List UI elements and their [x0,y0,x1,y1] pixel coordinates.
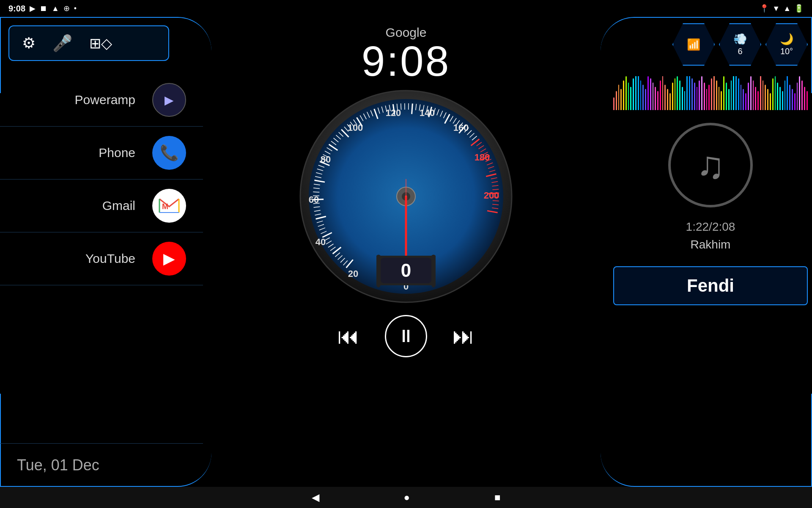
google-time-area: Google 9:08 [362,25,451,82]
dot-icon: • [74,4,77,13]
p-icon: ⊕ [63,4,70,13]
grid-icon[interactable]: ⊞◇ [89,35,112,52]
pause-button[interactable]: ⏸ [385,315,427,357]
phone-label: Phone [99,146,135,160]
track-title-bar: Fendi [613,266,808,305]
signal-icon: ▲ [783,4,791,13]
viz-bar-62 [765,85,766,110]
viz-bar-13 [645,89,646,110]
music-visualizer [613,76,808,110]
prev-button[interactable]: ⏮ [337,323,359,349]
viz-bar-24 [672,83,673,110]
viz-bar-18 [657,91,658,110]
battery-icon: 🔋 [794,4,804,13]
viz-bar-45 [723,76,724,110]
play-status-icon: ▶ [30,4,36,13]
svg-line-110 [488,193,499,193]
app-item-phone[interactable]: Phone 📞 [0,127,203,179]
viz-bar-52 [741,85,742,110]
viz-bar-40 [711,78,712,110]
home-button[interactable]: ● [404,491,410,503]
playback-controls: ⏮ ⏸ ⏭ [337,315,475,357]
viz-bar-65 [772,78,774,110]
viz-bar-48 [731,80,732,110]
viz-bar-57 [753,80,754,110]
viz-bar-56 [750,76,752,110]
viz-bar-69 [782,91,783,110]
gmail-label: Gmail [102,199,135,213]
svg-line-72 [401,103,401,110]
viz-bar-22 [667,89,668,110]
viz-bar-36 [701,76,702,110]
viz-bar-61 [763,80,764,110]
viz-bar-71 [787,76,788,110]
viz-bar-3 [620,89,622,110]
viz-bar-6 [628,83,629,110]
time-display: 9:08 [362,40,451,82]
poweramp-label: Poweramp [75,93,135,107]
viz-bar-43 [719,87,720,110]
settings-icon[interactable]: ⚙ [22,34,36,52]
app-item-gmail[interactable]: Gmail M [0,179,203,232]
viz-bar-35 [699,80,700,110]
viz-bar-70 [785,80,786,110]
svg-text:200: 200 [484,190,499,201]
date-text: Tue, 01 Dec [17,456,99,474]
viz-bar-14 [647,76,649,110]
viz-bar-60 [760,76,761,110]
viz-bar-76 [799,76,800,110]
stop-status-icon: ⏹ [40,4,47,13]
back-button[interactable]: ◀ [312,491,319,503]
viz-bar-68 [779,87,781,110]
poweramp-icon: ▶ [152,83,186,117]
svg-line-112 [493,201,499,201]
status-bar: 9:08 ▶ ⏹ ▲ ⊕ • 📍 ▼ ▲ 🔋 [0,0,812,17]
track-artist: Rakhim [613,238,808,251]
right-panel: 📶 💨 6 🌙 10° ♫ 1:22/2:08 Rakhim Fendi [609,17,812,487]
wind-icon: 💨 [733,33,747,46]
viz-bar-74 [794,93,796,110]
viz-bar-42 [716,80,717,110]
wifi-status-icon: ▼ [772,4,780,13]
viz-bar-72 [789,85,790,110]
viz-bar-58 [755,87,756,110]
app-item-poweramp[interactable]: Poweramp ▶ [0,74,203,127]
viz-bar-67 [777,83,778,110]
viz-bar-23 [669,93,671,110]
atoz-icon: ▲ [52,4,59,13]
youtube-icon: ▶ [152,242,186,276]
date-display: Tue, 01 Dec [0,443,203,487]
viz-bar-63 [767,89,768,110]
next-button[interactable]: ⏭ [453,323,475,349]
viz-bar-20 [662,76,664,110]
viz-bar-9 [635,76,636,110]
svg-text:20: 20 [348,268,358,279]
moon-icon: 🌙 [780,33,793,46]
microphone-icon[interactable]: 🎤 [52,34,72,52]
weather-hex-icon[interactable]: 🌙 10° [765,23,808,66]
wifi-hex-icon[interactable]: 📶 [672,23,715,66]
svg-text:40: 40 [315,237,326,247]
viz-bar-21 [664,85,666,110]
recent-button[interactable]: ■ [494,491,501,503]
music-icon-area: ♫ [609,123,812,207]
viz-bar-50 [735,76,737,110]
viz-bar-16 [653,83,654,110]
viz-bar-17 [655,87,656,110]
viz-bar-5 [625,76,627,110]
track-time: 1:22/2:08 [613,220,808,234]
speedometer: 0 20 40 60 80 100 120 140 160 180 200 0 [296,86,516,306]
wind-hex-icon[interactable]: 💨 6 [719,23,761,66]
viz-bar-28 [682,87,683,110]
viz-bar-78 [804,87,805,110]
viz-bar-53 [743,89,744,110]
left-panel: ⚙ 🎤 ⊞◇ Poweramp ▶ Phone 📞 Gmail [0,17,203,487]
viz-bar-26 [677,76,678,110]
viz-bar-47 [728,89,730,110]
status-time: 9:08 [8,4,25,14]
viz-bar-2 [618,85,620,110]
viz-bar-79 [807,91,808,110]
app-item-youtube[interactable]: YouTube ▶ [0,232,203,285]
app-list: Poweramp ▶ Phone 📞 Gmail [0,74,203,443]
top-right-icons: 📶 💨 6 🌙 10° [609,17,812,72]
